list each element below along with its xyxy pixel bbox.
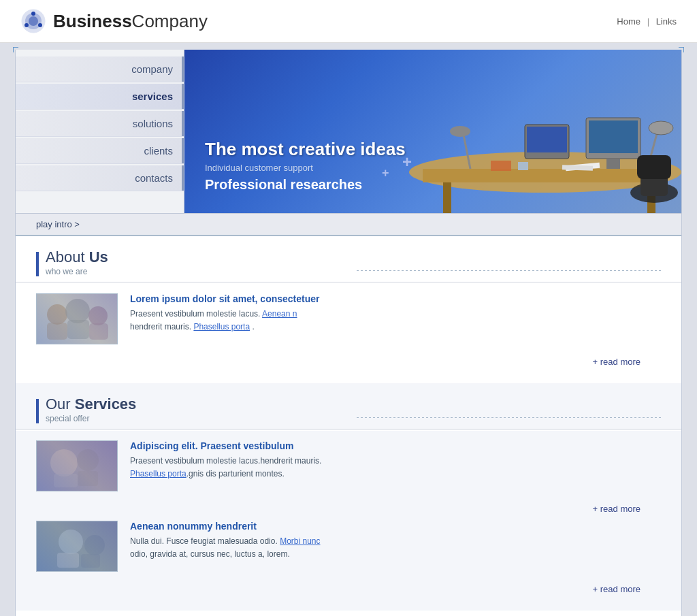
svg-rect-26	[37, 294, 118, 344]
about-link1[interactable]: Aenean n	[262, 309, 297, 319]
service-read-more-1[interactable]: + read more	[36, 501, 661, 521]
svg-rect-12	[606, 159, 620, 169]
services-title-normal: Our	[46, 395, 71, 412]
hero-headline: The most creative ideas	[205, 139, 406, 160]
service-text1-2: Nulla dui. Fusce feugiat malesuada odio.	[130, 536, 278, 546]
nav-home-link[interactable]: Home	[617, 16, 641, 27]
hero-subtitle: Individual customer support	[205, 163, 406, 173]
about-title-bold: Us	[89, 248, 108, 265]
svg-rect-14	[527, 127, 567, 152]
service-item-2: Aenean nonummy hendrerit Nulla dui. Fusc…	[36, 521, 661, 572]
logo: BusinessCompany	[20, 8, 208, 34]
content-area: company services solutions clients conta…	[16, 50, 681, 213]
logo-icon	[20, 8, 46, 34]
svg-point-3	[31, 12, 35, 16]
svg-point-23	[450, 126, 470, 137]
hero-banner: + + The most creative ideas Individual c…	[184, 50, 681, 213]
hero-subheadline: Professional researches	[205, 177, 406, 193]
service-read-more-2[interactable]: + read more	[36, 581, 661, 601]
services-section-header: Our Services special offer	[16, 383, 681, 429]
svg-rect-30	[47, 323, 67, 340]
service-heading-1: Adipiscing elit. Praesent vestibulum	[130, 440, 661, 451]
service-image-1	[36, 440, 118, 491]
service-link1-1[interactable]: Phasellus porta	[130, 469, 187, 479]
about-text3: .	[252, 322, 254, 331]
services-divider	[357, 417, 661, 418]
svg-rect-41	[57, 553, 79, 568]
about-item: Lorem ipsum dolor sit amet, consectetuer…	[36, 293, 661, 344]
svg-point-40	[84, 535, 105, 555]
service-paragraph-2: Nulla dui. Fusce feugiat malesuada odio.…	[130, 535, 661, 561]
about-text2: hendrerit mauris.	[130, 322, 191, 331]
sidebar-item-company[interactable]: company	[16, 56, 184, 82]
svg-point-29	[88, 306, 108, 325]
service-heading-2: Aenean nonummy hendrerit	[130, 521, 661, 532]
svg-point-27	[47, 304, 67, 325]
play-intro-bar[interactable]: play intro >	[16, 213, 681, 235]
about-text: Lorem ipsum dolor sit amet, consectetuer…	[130, 293, 661, 344]
sidebar-item-contacts[interactable]: contacts	[16, 165, 184, 191]
service-text-2: Aenean nonummy hendrerit Nulla dui. Fusc…	[130, 521, 661, 572]
service-image-2	[36, 521, 118, 572]
services-title: Our Services	[46, 395, 350, 413]
svg-rect-7	[423, 169, 668, 182]
about-divider	[357, 270, 661, 271]
nav-links-link[interactable]: Links	[656, 16, 677, 27]
service-text2-1: .gnis dis parturient montes.	[187, 469, 285, 479]
logo-text: BusinessCompany	[53, 11, 208, 32]
about-read-more[interactable]: + read more	[36, 354, 661, 374]
logo-bold: Business	[53, 11, 132, 31]
service-link1-2[interactable]: Morbi nunc	[280, 536, 320, 546]
service-text-1: Adipiscing elit. Praesent vestibulum Pra…	[130, 440, 661, 491]
about-title-normal: About	[46, 248, 85, 265]
about-text1: Praesent vestibulum molestie lacus.	[130, 309, 260, 319]
services-title-bold: Services	[75, 395, 137, 412]
svg-rect-42	[81, 554, 100, 568]
about-section-bar	[36, 252, 39, 276]
svg-point-34	[50, 449, 78, 476]
svg-rect-38	[37, 521, 118, 572]
about-section-header: About Us who we are	[16, 236, 681, 282]
sidebar-item-clients[interactable]: clients	[16, 138, 184, 164]
services-content: Adipiscing elit. Praesent vestibulum Pra…	[16, 431, 681, 611]
corner-tl	[13, 47, 18, 52]
header: BusinessCompany Home | Links	[0, 0, 697, 43]
svg-rect-31	[67, 320, 89, 339]
svg-rect-36	[54, 474, 78, 487]
svg-point-28	[65, 299, 90, 323]
hero-text: + + The most creative ideas Individual c…	[205, 139, 406, 193]
nav-separator: |	[647, 16, 649, 27]
about-heading: Lorem ipsum dolor sit amet, consectetuer	[130, 293, 661, 304]
about-title-block: About Us who we are	[46, 248, 350, 276]
logo-normal: Company	[132, 11, 208, 31]
services-title-block: Our Services special offer	[46, 395, 350, 423]
svg-rect-32	[89, 323, 108, 340]
svg-point-16	[649, 121, 673, 135]
service-paragraph-1: Praesent vestibulum molestie lacus.hendr…	[130, 455, 661, 481]
about-content: Lorem ipsum dolor sit amet, consectetuer…	[16, 284, 681, 383]
main-wrapper: company services solutions clients conta…	[15, 50, 682, 616]
services-subtitle: special offer	[46, 414, 350, 423]
services-section-bar	[36, 399, 39, 423]
service-text1-1: Praesent vestibulum molestie lacus.hendr…	[130, 456, 321, 466]
about-paragraph: Praesent vestibulum molestie lacus. Aene…	[130, 308, 661, 334]
svg-point-4	[38, 23, 42, 27]
about-link2[interactable]: Phasellus porta	[193, 322, 250, 331]
sidebar-item-services[interactable]: services	[16, 84, 184, 110]
about-subtitle: who we are	[46, 267, 350, 276]
sidebar: company services solutions clients conta…	[16, 50, 184, 213]
sidebar-item-solutions[interactable]: solutions	[16, 111, 184, 137]
hero-plus-1: +	[382, 166, 389, 180]
svg-rect-8	[443, 182, 451, 213]
svg-point-35	[77, 449, 99, 471]
about-title: About Us	[46, 248, 350, 266]
header-nav: Home | Links	[617, 16, 677, 27]
svg-rect-24	[491, 161, 511, 171]
svg-rect-37	[78, 471, 98, 486]
svg-rect-33	[37, 441, 118, 491]
hero-plus-2: +	[402, 152, 412, 172]
svg-point-2	[29, 16, 38, 26]
svg-point-5	[25, 23, 29, 27]
service-text2-2: odio, gravida at, cursus nec, luctus a, …	[130, 549, 290, 559]
service-item-1: Adipiscing elit. Praesent vestibulum Pra…	[36, 440, 661, 491]
